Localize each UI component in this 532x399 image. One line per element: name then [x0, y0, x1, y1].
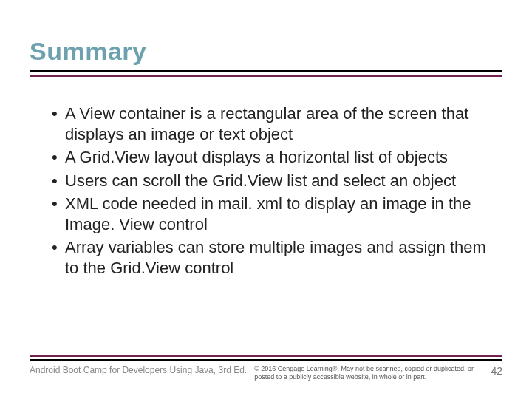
footer-book-title: Android Boot Camp for Developers Using J…: [30, 365, 247, 375]
footer-row: Android Boot Camp for Developers Using J…: [30, 365, 502, 381]
title-rule-black: [30, 70, 502, 72]
bullet-item: XML code needed in mail. xml to display …: [52, 194, 502, 234]
footer-rule-accent: [30, 355, 502, 357]
slide: Summary A View container is a rectangula…: [0, 0, 532, 399]
title-rule-accent: [30, 75, 502, 77]
bullet-list: A View container is a rectangular area o…: [30, 103, 502, 278]
slide-footer: Android Boot Camp for Developers Using J…: [30, 355, 502, 381]
bullet-item: Users can scroll the Grid.View list and …: [52, 171, 502, 191]
bullet-item: A Grid.View layout displays a horizontal…: [52, 147, 502, 168]
page-number: 42: [483, 365, 502, 377]
slide-title: Summary: [30, 37, 502, 66]
bullet-item: A View container is a rectangular area o…: [52, 103, 502, 144]
footer-rule-black: [30, 359, 502, 361]
slide-body: A View container is a rectangular area o…: [30, 103, 502, 278]
footer-copyright: © 2016 Cengage Learning®. May not be sca…: [247, 365, 483, 381]
bullet-item: Array variables can store multiple image…: [52, 237, 502, 278]
